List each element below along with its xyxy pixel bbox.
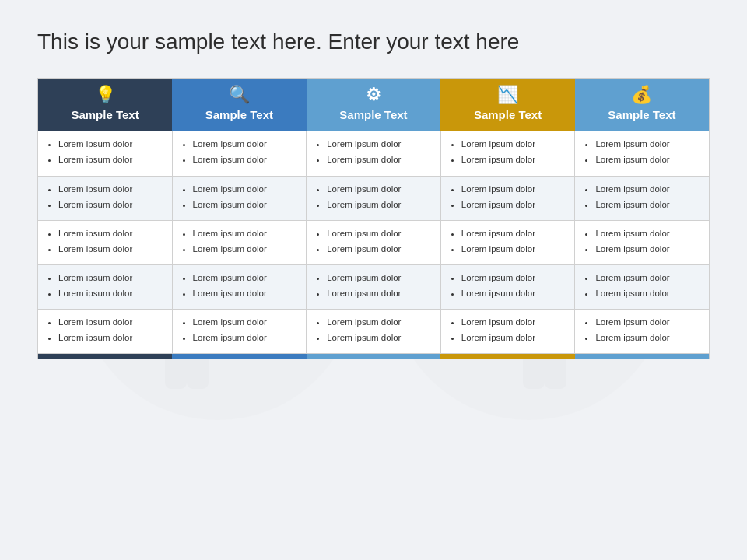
column-label-5: Sample Text xyxy=(608,108,675,121)
list-item: Lorem ipsum dolor xyxy=(193,227,299,240)
list-item: Lorem ipsum dolor xyxy=(193,243,299,255)
column-label-1: Sample Text xyxy=(71,108,139,121)
list-item: Lorem ipsum dolor xyxy=(193,271,299,284)
list-item: Lorem ipsum dolor xyxy=(461,153,567,166)
table-cell: Lorem ipsum dolorLorem ipsum dolor xyxy=(307,176,441,220)
chart-icon: 📉 xyxy=(447,86,569,103)
column-header-5: 💰 Sample Text xyxy=(575,79,710,131)
list-item: Lorem ipsum dolor xyxy=(193,183,299,195)
list-item: Lorem ipsum dolor xyxy=(595,316,701,328)
list-item: Lorem ipsum dolor xyxy=(461,331,567,344)
table-cell: Lorem ipsum dolorLorem ipsum dolor xyxy=(440,220,575,264)
list-item: Lorem ipsum dolor xyxy=(58,227,164,240)
list-item: Lorem ipsum dolor xyxy=(327,316,433,328)
list-item: Lorem ipsum dolor xyxy=(58,138,164,150)
table-cell: Lorem ipsum dolorLorem ipsum dolor xyxy=(172,264,307,309)
footer-bar-row xyxy=(38,354,710,359)
table-row: Lorem ipsum dolorLorem ipsum dolorLorem … xyxy=(38,220,710,264)
footer-bar-cell-2 xyxy=(172,354,307,359)
table-row: Lorem ipsum dolorLorem ipsum dolorLorem … xyxy=(38,176,710,220)
list-item: Lorem ipsum dolor xyxy=(461,183,567,195)
table-cell: Lorem ipsum dolorLorem ipsum dolor xyxy=(307,131,441,176)
list-item: Lorem ipsum dolor xyxy=(58,316,164,328)
gear-icon: ⚙ xyxy=(313,86,435,103)
table-cell: Lorem ipsum dolorLorem ipsum dolor xyxy=(172,176,307,220)
table-cell: Lorem ipsum dolorLorem ipsum dolor xyxy=(575,176,710,220)
column-header-1: 💡 Sample Text xyxy=(38,79,173,131)
list-item: Lorem ipsum dolor xyxy=(327,153,433,166)
list-item: Lorem ipsum dolor xyxy=(58,153,164,166)
table-wrapper: 💡 Sample Text 🔍 Sample Text ⚙ Sample Tex… xyxy=(37,78,710,359)
table-cell: Lorem ipsum dolorLorem ipsum dolor xyxy=(575,220,710,264)
list-item: Lorem ipsum dolor xyxy=(595,287,701,299)
list-item: Lorem ipsum dolor xyxy=(461,198,567,211)
list-item: Lorem ipsum dolor xyxy=(327,287,433,299)
list-item: Lorem ipsum dolor xyxy=(327,138,433,150)
list-item: Lorem ipsum dolor xyxy=(193,331,299,344)
list-item: Lorem ipsum dolor xyxy=(327,227,433,240)
list-item: Lorem ipsum dolor xyxy=(58,198,164,211)
list-item: Lorem ipsum dolor xyxy=(595,331,701,344)
list-item: Lorem ipsum dolor xyxy=(58,287,164,299)
list-item: Lorem ipsum dolor xyxy=(595,243,701,255)
table-row: Lorem ipsum dolorLorem ipsum dolorLorem … xyxy=(38,131,710,176)
table-cell: Lorem ipsum dolorLorem ipsum dolor xyxy=(440,264,575,309)
column-header-2: 🔍 Sample Text xyxy=(172,79,307,131)
list-item: Lorem ipsum dolor xyxy=(327,271,433,284)
list-item: Lorem ipsum dolor xyxy=(327,243,433,255)
main-table: 💡 Sample Text 🔍 Sample Text ⚙ Sample Tex… xyxy=(37,78,710,359)
table-cell: Lorem ipsum dolorLorem ipsum dolor xyxy=(38,176,173,220)
list-item: Lorem ipsum dolor xyxy=(193,316,299,328)
table-row: Lorem ipsum dolorLorem ipsum dolorLorem … xyxy=(38,264,710,309)
footer-bar-cell-3 xyxy=(307,354,441,359)
table-cell: Lorem ipsum dolorLorem ipsum dolor xyxy=(307,310,441,354)
table-cell: Lorem ipsum dolorLorem ipsum dolor xyxy=(38,310,173,354)
footer-bar-cell-5 xyxy=(575,354,710,359)
column-header-3: ⚙ Sample Text xyxy=(307,79,441,131)
list-item: Lorem ipsum dolor xyxy=(461,271,567,284)
list-item: Lorem ipsum dolor xyxy=(58,183,164,195)
list-item: Lorem ipsum dolor xyxy=(193,287,299,299)
table-cell: Lorem ipsum dolorLorem ipsum dolor xyxy=(38,220,173,264)
table-cell: Lorem ipsum dolorLorem ipsum dolor xyxy=(575,131,710,176)
list-item: Lorem ipsum dolor xyxy=(595,198,701,211)
footer-bar-cell-1 xyxy=(38,354,173,359)
page-title: This is your sample text here. Enter you… xyxy=(37,28,710,56)
page-container: This is your sample text here. Enter you… xyxy=(0,0,747,378)
list-item: Lorem ipsum dolor xyxy=(595,153,701,166)
table-cell: Lorem ipsum dolorLorem ipsum dolor xyxy=(38,131,173,176)
money-icon: 💰 xyxy=(581,86,703,103)
list-item: Lorem ipsum dolor xyxy=(595,138,701,150)
column-label-3: Sample Text xyxy=(339,108,407,121)
list-item: Lorem ipsum dolor xyxy=(327,331,433,344)
header-row: 💡 Sample Text 🔍 Sample Text ⚙ Sample Tex… xyxy=(38,79,710,131)
list-item: Lorem ipsum dolor xyxy=(461,138,567,150)
list-item: Lorem ipsum dolor xyxy=(58,271,164,284)
table-cell: Lorem ipsum dolorLorem ipsum dolor xyxy=(575,310,710,354)
list-item: Lorem ipsum dolor xyxy=(595,183,701,195)
list-item: Lorem ipsum dolor xyxy=(461,243,567,255)
column-label-2: Sample Text xyxy=(205,108,273,121)
list-item: Lorem ipsum dolor xyxy=(595,227,701,240)
list-item: Lorem ipsum dolor xyxy=(193,138,299,150)
table-cell: Lorem ipsum dolorLorem ipsum dolor xyxy=(307,220,441,264)
table-cell: Lorem ipsum dolorLorem ipsum dolor xyxy=(172,220,307,264)
footer-bar-cell-4 xyxy=(440,354,575,359)
table-row: Lorem ipsum dolorLorem ipsum dolorLorem … xyxy=(38,310,710,354)
list-item: Lorem ipsum dolor xyxy=(461,316,567,328)
list-item: Lorem ipsum dolor xyxy=(58,331,164,344)
column-header-4: 📉 Sample Text xyxy=(440,79,575,131)
list-item: Lorem ipsum dolor xyxy=(461,227,567,240)
search-icon: 🔍 xyxy=(178,86,300,103)
table-cell: Lorem ipsum dolorLorem ipsum dolor xyxy=(172,310,307,354)
column-label-4: Sample Text xyxy=(474,108,542,121)
list-item: Lorem ipsum dolor xyxy=(58,243,164,255)
table-cell: Lorem ipsum dolorLorem ipsum dolor xyxy=(440,131,575,176)
lightbulb-icon: 💡 xyxy=(44,86,166,103)
list-item: Lorem ipsum dolor xyxy=(327,183,433,195)
list-item: Lorem ipsum dolor xyxy=(193,198,299,211)
list-item: Lorem ipsum dolor xyxy=(461,287,567,299)
list-item: Lorem ipsum dolor xyxy=(327,198,433,211)
table-cell: Lorem ipsum dolorLorem ipsum dolor xyxy=(440,176,575,220)
table-cell: Lorem ipsum dolorLorem ipsum dolor xyxy=(38,264,173,309)
